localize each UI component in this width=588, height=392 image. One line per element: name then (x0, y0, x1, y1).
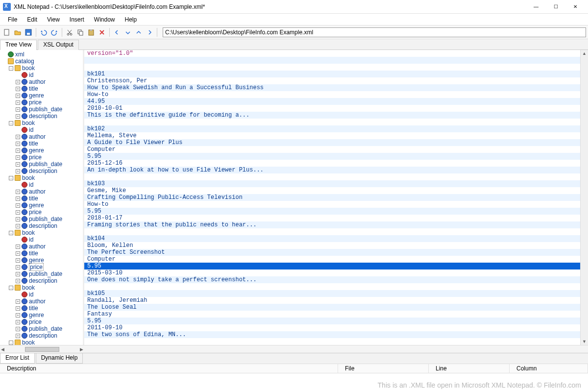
value-cell[interactable] (84, 57, 580, 64)
value-cell[interactable] (84, 64, 580, 71)
value-cell[interactable]: Gesme, Mike (84, 187, 580, 194)
toggle-icon[interactable]: - (9, 121, 13, 125)
value-cell[interactable]: The Perfect Screenshot (84, 249, 580, 256)
value-cell[interactable]: 5.95 (84, 318, 580, 324)
value-cell[interactable]: An in-depth look at how to use File View… (84, 167, 580, 173)
vertical-scrollbar[interactable]: ▲ ▼ (580, 50, 588, 345)
value-cell[interactable] (84, 228, 580, 235)
toggle-icon[interactable]: + (16, 334, 20, 338)
toggle-icon[interactable]: + (16, 245, 20, 249)
value-cell[interactable]: 44.95 (84, 98, 580, 105)
redo-icon[interactable] (49, 27, 59, 37)
value-cell[interactable]: 2011-09-10 (84, 324, 580, 331)
toggle-icon[interactable]: + (16, 224, 20, 228)
scroll-thumb[interactable] (25, 347, 59, 352)
col-column[interactable]: Column (510, 364, 588, 373)
tree-node-description[interactable]: +description (0, 332, 83, 339)
value-cell[interactable]: Randall, Jeremiah (84, 297, 580, 304)
tree-node-publish_date[interactable]: +publish_date (0, 325, 83, 332)
toggle-icon[interactable]: + (16, 272, 20, 276)
value-cell[interactable]: Computer (84, 256, 580, 263)
tab-tree-view[interactable]: Tree View (0, 40, 37, 50)
value-cell[interactable]: 2015-12-16 (84, 160, 580, 167)
toggle-icon[interactable]: + (16, 196, 20, 201)
value-cell[interactable]: 2015-03-10 (84, 270, 580, 276)
toggle-icon[interactable]: + (16, 258, 20, 263)
tree-node-id[interactable]: id (0, 72, 83, 78)
address-input[interactable] (163, 27, 586, 37)
tree-node-price[interactable]: +price (0, 318, 83, 325)
tree-node-genre[interactable]: +genre (0, 92, 83, 99)
toggle-icon[interactable]: + (16, 313, 20, 318)
value-cell[interactable]: A Guide to File Viewer Plus (84, 139, 580, 146)
toggle-icon[interactable]: + (16, 203, 20, 208)
nudge-up-icon[interactable] (134, 27, 144, 37)
scroll-down-icon[interactable]: ▼ (582, 339, 587, 344)
value-cell[interactable]: 2010-10-01 (84, 105, 580, 112)
value-cell[interactable]: How-to (84, 201, 580, 208)
value-cell[interactable]: This is the definitive guide for becomin… (84, 112, 580, 119)
value-cell[interactable] (84, 173, 580, 180)
value-cell[interactable]: Crafting Compelling Public-Access Televi… (84, 194, 580, 201)
tree-node-author[interactable]: +author (0, 298, 83, 305)
value-cell[interactable]: How-to (84, 91, 580, 98)
tree-node-price[interactable]: +price (0, 154, 83, 161)
tree-node-title[interactable]: +title (0, 195, 83, 202)
value-cell[interactable] (84, 338, 580, 345)
toggle-icon[interactable]: + (16, 265, 20, 270)
toggle-icon[interactable]: + (16, 327, 20, 331)
tree-node-book[interactable]: -book (0, 65, 83, 72)
col-file[interactable]: File (338, 364, 429, 373)
tree-node-genre[interactable]: +genre (0, 312, 83, 318)
toggle-icon[interactable]: + (16, 279, 20, 283)
tree-node-id[interactable]: id (0, 181, 83, 188)
tree-node-author[interactable]: +author (0, 78, 83, 85)
toggle-icon[interactable]: + (16, 87, 20, 91)
value-cell[interactable]: 2018-01-17 (84, 215, 580, 221)
toggle-icon[interactable]: + (16, 148, 20, 153)
value-cell[interactable]: bk102 (84, 125, 580, 132)
value-cell[interactable]: The two sons of Edina, MN... (84, 331, 580, 338)
tree-panel[interactable]: xmlcatalog-bookid+author+title+genre+pri… (0, 50, 84, 345)
tree-node-price[interactable]: +price (0, 264, 83, 270)
nudge-right-icon[interactable] (145, 27, 154, 37)
value-cell[interactable]: 5.95 (84, 263, 580, 270)
tree-node-id[interactable]: id (0, 291, 83, 298)
value-cell[interactable]: Computer (84, 146, 580, 153)
tree-node-publish_date[interactable]: +publish_date (0, 270, 83, 277)
open-file-icon[interactable] (13, 27, 23, 37)
value-cell[interactable] (84, 283, 580, 290)
minimize-button[interactable]: — (526, 0, 546, 14)
toggle-icon[interactable]: + (16, 251, 20, 256)
value-cell[interactable]: bk101 (84, 71, 580, 77)
toggle-icon[interactable]: + (16, 306, 20, 311)
toggle-icon[interactable]: + (16, 142, 20, 146)
value-cell[interactable] (84, 119, 580, 125)
tree-node-id[interactable]: id (0, 236, 83, 243)
value-cell[interactable]: 5.95 (84, 153, 580, 160)
value-cell[interactable]: One does not simply take a perfect scree… (84, 276, 580, 283)
toggle-icon[interactable]: - (9, 176, 13, 180)
col-line[interactable]: Line (429, 364, 510, 373)
tree-node-price[interactable]: +price (0, 99, 83, 106)
tree-node-book[interactable]: -book (0, 339, 83, 345)
tree-node-description[interactable]: +description (0, 168, 83, 174)
menu-edit[interactable]: Edit (22, 15, 42, 24)
toggle-icon[interactable]: + (16, 217, 20, 221)
tree-node-price[interactable]: +price (0, 209, 83, 216)
menu-insert[interactable]: Insert (65, 15, 89, 24)
col-description[interactable]: Description (0, 364, 338, 373)
cut-icon[interactable] (65, 27, 74, 37)
value-cell[interactable]: 5.95 (84, 208, 580, 215)
toggle-icon[interactable]: + (16, 169, 20, 173)
toggle-icon[interactable]: + (16, 107, 20, 112)
undo-icon[interactable] (39, 27, 49, 37)
tree-node-catalog[interactable]: catalog (0, 58, 83, 65)
menu-file[interactable]: File (3, 15, 22, 24)
toggle-icon[interactable]: - (9, 286, 13, 290)
value-cell[interactable]: bk105 (84, 290, 580, 297)
toggle-icon[interactable]: + (16, 210, 20, 215)
menu-window[interactable]: Window (89, 15, 120, 24)
tree-node-publish_date[interactable]: +publish_date (0, 216, 83, 222)
value-cell[interactable]: version="1.0" (84, 50, 580, 57)
